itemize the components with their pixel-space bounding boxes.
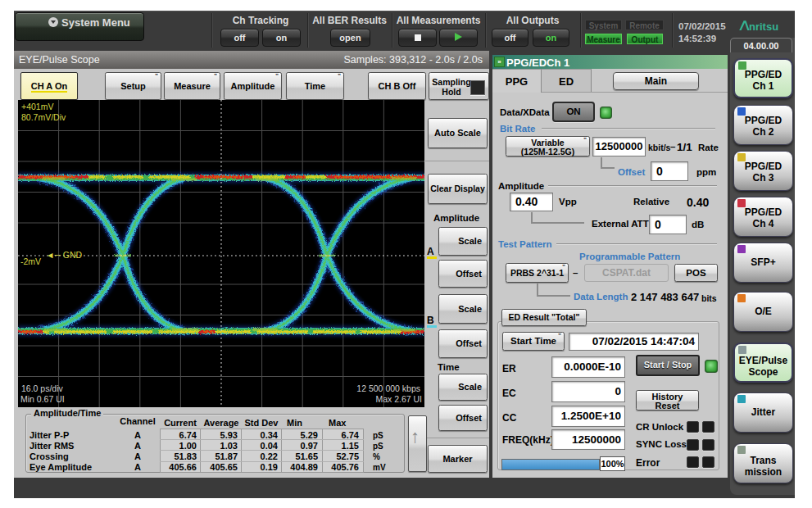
svg-text:◄─ GND: ◄─ GND [46,250,82,260]
svg-text:16.0 ps/div: 16.0 ps/div [21,383,64,393]
svg-text:+401mV: +401mV [21,102,53,111]
svg-text:Max 2.67 UI: Max 2.67 UI [375,394,422,404]
svg-text:12 500 000 kbps: 12 500 000 kbps [356,383,420,393]
svg-text:-2mV: -2mV [20,256,41,266]
svg-text:Min 0.67 UI: Min 0.67 UI [20,394,65,404]
svg-text:nritsu: nritsu [749,20,778,33]
svg-text:80.7mV/Div: 80.7mV/Div [21,112,66,122]
